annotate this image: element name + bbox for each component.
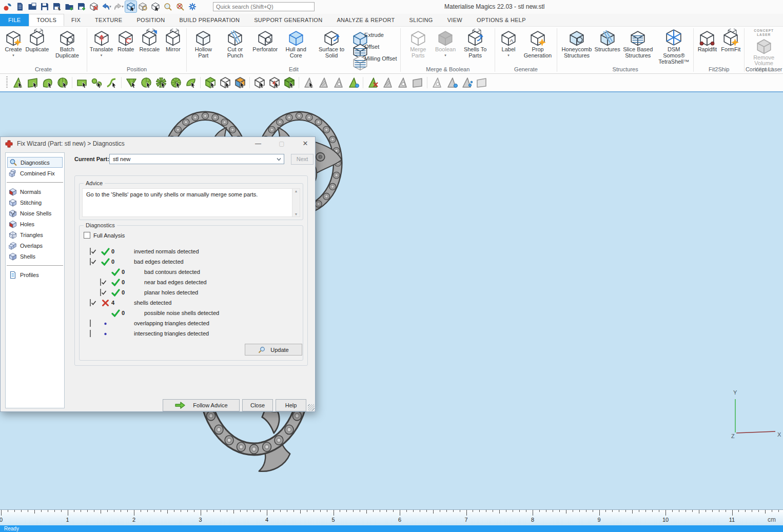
sidebar-item-profiles[interactable]: Profiles [7, 269, 63, 280]
ribbon-button-hull-and-core[interactable]: Hull and Core [278, 28, 314, 60]
wheel-mark-icon[interactable] [169, 76, 183, 90]
dialog-maximize-button[interactable]: ▢ [278, 140, 286, 148]
remove-part-icon[interactable] [88, 1, 100, 12]
ribbon-button-formfit[interactable]: FormFit [719, 28, 742, 53]
mark-shell-icon[interactable] [55, 76, 69, 90]
ribbon-button-rotate[interactable]: Rotate [114, 28, 138, 53]
full-analysis-checkbox[interactable] [84, 232, 90, 239]
diagnostic-checkbox[interactable] [90, 330, 91, 337]
tab-options-help[interactable]: OPTIONS & HELP [469, 14, 533, 26]
triangle-tool-7-icon[interactable] [410, 76, 424, 90]
ribbon-button-merge-parts[interactable]: Merge Parts [402, 28, 434, 60]
magics-logo-icon[interactable] [2, 1, 13, 12]
help-button[interactable]: Help [276, 399, 306, 411]
update-button[interactable]: Update [245, 344, 302, 356]
new-scene-icon[interactable] [14, 1, 26, 12]
close-button[interactable]: Close [242, 399, 273, 411]
cube-red-icon[interactable] [267, 76, 281, 90]
ribbon-button-prop-generation[interactable]: Prop Generation [520, 28, 555, 60]
sidebar-item-diagnostics[interactable]: Diagnostics [7, 157, 63, 168]
tab-analyze-report[interactable]: ANALYZE & REPORT [329, 14, 402, 26]
sidebar-item-normals[interactable]: Normals [7, 186, 63, 197]
dialog-close-button[interactable]: ✕ [301, 140, 309, 148]
save-icon[interactable] [39, 1, 50, 12]
cube-select-icon[interactable] [252, 76, 266, 90]
tab-tools[interactable]: TOOLS [29, 14, 64, 26]
save-project-icon[interactable] [76, 1, 87, 12]
tab-slicing[interactable]: SLICING [402, 14, 440, 26]
ribbon-button-hollow-part[interactable]: Hollow Part [188, 28, 218, 60]
tab-fix[interactable]: FIX [64, 14, 88, 26]
diagnostic-checkbox[interactable] [90, 320, 91, 327]
sidebar-item-holes[interactable]: Holes [7, 219, 63, 229]
ribbon-button-label[interactable]: ALabel▾ [497, 28, 520, 57]
ribbon-button-translate[interactable]: Translate▾ [89, 28, 114, 57]
ribbon-button-shells-to-parts[interactable]: Shells To Parts [457, 28, 493, 60]
hole-tool-3-icon[interactable] [460, 76, 474, 90]
sidebar-item-triangles[interactable]: Triangles [7, 229, 63, 240]
ribbon-button-honeycomb-structures[interactable]: Honeycomb Structures [559, 28, 595, 60]
window-mark-icon[interactable] [124, 76, 138, 90]
sidebar-item-combined-fix[interactable]: Combined Fix [7, 168, 63, 179]
diagnostic-checkbox[interactable] [100, 289, 101, 296]
tab-support-generation[interactable]: SUPPORT GENERATION [247, 14, 329, 26]
cube-mark-color-icon[interactable] [233, 76, 247, 90]
ribbon-button-mirror[interactable]: Mirror [161, 28, 185, 53]
ribbon-button-duplicate[interactable]: Duplicate [25, 28, 49, 53]
quick-search-input[interactable] [213, 2, 315, 11]
customize-icon[interactable] [187, 1, 198, 12]
curve-mark-icon[interactable] [105, 76, 119, 90]
ribbon-button-rescale[interactable]: Rescale [138, 28, 161, 53]
triangle-tool-5-icon[interactable] [381, 76, 395, 90]
ribbon-button-cut-or-punch[interactable]: Cut or Punch [218, 28, 252, 60]
mark-triangle-icon[interactable] [11, 76, 25, 90]
current-part-dropdown[interactable]: stl new [109, 154, 284, 164]
hole-tool-2-icon[interactable] [445, 76, 459, 90]
triangle-tool-3-icon[interactable] [331, 76, 345, 90]
tab-texture[interactable]: TEXTURE [88, 14, 129, 26]
load-project-icon[interactable] [64, 1, 75, 12]
pan-view-icon[interactable] [138, 1, 149, 12]
hole-tool-4-icon[interactable] [475, 76, 488, 90]
ribbon-button-rapidfit[interactable]: Rapidfit [695, 28, 719, 53]
sidebar-item-shells[interactable]: Shells [7, 251, 63, 262]
full-analysis-checkbox-row[interactable]: Full Analysis [84, 232, 125, 239]
dialog-title-bar[interactable]: Fix Wizard (Part: stl new) > Diagnostics [1, 137, 315, 150]
triangle-tool-1-icon[interactable] [302, 76, 316, 90]
diagnostic-checkbox[interactable] [90, 248, 91, 255]
tab-file[interactable]: FILE [0, 14, 29, 26]
sidebar-item-overlaps[interactable]: Overlaps [7, 240, 63, 251]
cube-mark-icon[interactable] [218, 76, 232, 90]
triangle-tool-4-icon[interactable] [346, 76, 360, 90]
pie-mark-icon[interactable] [139, 76, 153, 90]
cube-mark-front-icon[interactable] [203, 76, 217, 90]
ribbon-button-slice-based-structures[interactable]: Slice Based Structures [620, 28, 656, 60]
ribbon-button-dsm-somos-tetrashell-[interactable]: DSM Somos® TetraShell™ [656, 28, 692, 66]
save-as-icon[interactable] [51, 1, 63, 12]
ribbon-button-milling-offset[interactable]: Milling Offset [351, 53, 397, 64]
dialog-resize-grip[interactable] [308, 404, 315, 411]
follow-advice-button[interactable]: Follow Advice [163, 399, 240, 411]
next-button[interactable]: Next [291, 154, 314, 165]
viewport-3d[interactable]: Y X Z Fix Wizard (Part: stl new) > Diagn… [0, 92, 783, 509]
open-file-icon[interactable] [27, 1, 38, 12]
triangle-tool-6-icon[interactable] [396, 76, 409, 90]
ribbon-button-boolean[interactable]: Boolean▾ [434, 28, 457, 57]
select-part-icon[interactable] [150, 1, 161, 12]
rectangle-mark-icon[interactable] [75, 76, 89, 90]
ribbon-button-offset[interactable]: Offset [351, 42, 397, 52]
ribbon-button-structures[interactable]: Structures [595, 28, 620, 53]
zoom-in-icon[interactable] [162, 1, 173, 12]
diagnostic-checkbox[interactable] [90, 299, 91, 306]
dialog-minimize-button[interactable]: — [254, 140, 262, 148]
mark-surface-icon[interactable] [41, 76, 54, 90]
mark-plane-icon[interactable] [26, 76, 40, 90]
tab-position[interactable]: POSITION [129, 14, 172, 26]
toolbar-grip[interactable] [6, 76, 8, 89]
tab-view[interactable]: VIEW [440, 14, 469, 26]
undo-icon[interactable]: ▾ [101, 1, 112, 12]
sidebar-item-stitching[interactable]: Stitching [7, 197, 63, 208]
diagnostic-checkbox[interactable] [90, 258, 91, 265]
leaf-mark-icon[interactable] [184, 76, 198, 90]
ribbon-button-perforator[interactable]: Perforator [252, 28, 278, 53]
